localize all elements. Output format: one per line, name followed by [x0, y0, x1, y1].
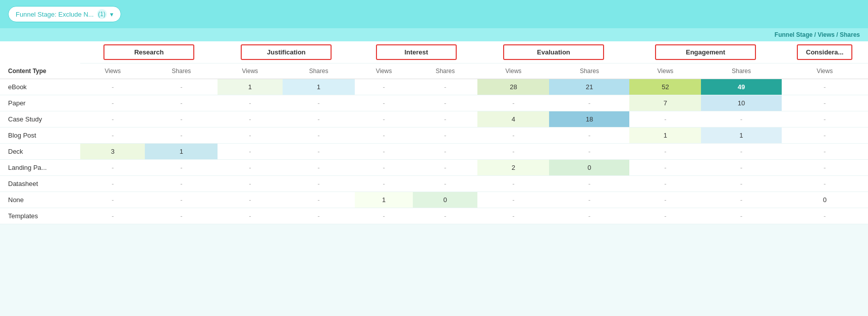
content-type-cell: Templates: [0, 208, 80, 224]
justification-views: -: [218, 95, 282, 111]
evaluation-views: -: [477, 192, 549, 208]
table-row: Paper--------710-: [0, 95, 868, 111]
filter-count: (1): [97, 9, 107, 19]
engagement-views: -: [629, 144, 701, 160]
group-research: Research: [80, 41, 218, 64]
consideration-views: -: [782, 111, 869, 128]
interest-views: -: [355, 95, 413, 111]
engagement-shares: -: [701, 192, 781, 208]
research-views: -: [80, 192, 145, 208]
evaluation-views: -: [477, 208, 549, 224]
justification-views: -: [218, 128, 282, 144]
content-type-cell: Datasheet: [0, 176, 80, 192]
evaluation-views: -: [477, 128, 549, 144]
justification-views-header: Views: [218, 64, 282, 79]
justification-shares: -: [283, 192, 355, 208]
subtitle-bar: Funnel Stage / Views / Shares: [0, 28, 868, 41]
justification-views: 1: [218, 79, 282, 95]
evaluation-shares: 0: [549, 160, 629, 176]
top-bar: Funnel Stage: Exclude N... (1) ▾: [0, 0, 868, 28]
consideration-views: -: [782, 95, 869, 111]
funnel-stage-filter[interactable]: Funnel Stage: Exclude N... (1) ▾: [8, 6, 121, 22]
justification-views: -: [218, 144, 282, 160]
consideration-views-header: Views: [782, 64, 869, 79]
research-shares: -: [145, 95, 218, 111]
interest-views: 1: [355, 192, 413, 208]
research-shares-header: Shares: [145, 64, 218, 79]
evaluation-views: 2: [477, 160, 549, 176]
content-type-cell: eBook: [0, 79, 80, 95]
filter-label: Funnel Stage: Exclude N...: [16, 11, 94, 18]
interest-views: -: [355, 208, 413, 224]
engagement-shares: 49: [701, 79, 781, 95]
justification-shares: -: [283, 128, 355, 144]
group-engagement: Engagement: [629, 41, 781, 64]
research-shares: -: [145, 176, 218, 192]
engagement-shares: -: [701, 144, 781, 160]
research-views: -: [80, 128, 145, 144]
justification-shares: 1: [283, 79, 355, 95]
evaluation-shares: -: [549, 144, 629, 160]
interest-views: -: [355, 128, 413, 144]
evaluation-views-header: Views: [477, 64, 549, 79]
evaluation-shares: -: [549, 192, 629, 208]
interest-views: -: [355, 176, 413, 192]
research-shares: -: [145, 208, 218, 224]
group-interest: Interest: [355, 41, 477, 64]
table-row: Blog Post--------11-: [0, 128, 868, 144]
evaluation-shares: -: [549, 176, 629, 192]
research-shares: -: [145, 192, 218, 208]
interest-shares: -: [413, 144, 477, 160]
engagement-views: -: [629, 208, 701, 224]
content-type-cell: Blog Post: [0, 128, 80, 144]
justification-shares: -: [283, 160, 355, 176]
justification-views: -: [218, 111, 282, 128]
engagement-views: -: [629, 160, 701, 176]
interest-shares: -: [413, 111, 477, 128]
interest-views: -: [355, 111, 413, 128]
content-type-cell: Deck: [0, 144, 80, 160]
table-row: eBook--11--28215249-: [0, 79, 868, 95]
evaluation-shares-header: Shares: [549, 64, 629, 79]
interest-shares: -: [413, 208, 477, 224]
interest-shares-header: Shares: [413, 64, 477, 79]
interest-views: -: [355, 144, 413, 160]
interest-views-header: Views: [355, 64, 413, 79]
interest-label: Interest: [376, 44, 457, 60]
evaluation-shares: -: [549, 95, 629, 111]
group-consideration: Considera...: [782, 41, 869, 64]
interest-shares: -: [413, 79, 477, 95]
justification-views: -: [218, 160, 282, 176]
interest-views: -: [355, 79, 413, 95]
evaluation-shares: 18: [549, 111, 629, 128]
data-table-container: Research Justification Interest Evaluati…: [0, 41, 868, 224]
engagement-shares: -: [701, 208, 781, 224]
group-justification: Justification: [218, 41, 355, 64]
research-shares: -: [145, 128, 218, 144]
engagement-shares: 1: [701, 128, 781, 144]
content-type-cell: Paper: [0, 95, 80, 111]
evaluation-shares: -: [549, 128, 629, 144]
justification-views: -: [218, 176, 282, 192]
engagement-views-header: Views: [629, 64, 701, 79]
evaluation-shares: -: [549, 208, 629, 224]
justification-views: -: [218, 208, 282, 224]
engagement-label: Engagement: [655, 44, 756, 60]
research-shares: -: [145, 79, 218, 95]
consideration-views: -: [782, 160, 869, 176]
research-shares: -: [145, 111, 218, 128]
engagement-shares: -: [701, 111, 781, 128]
justification-views: -: [218, 192, 282, 208]
evaluation-shares: 21: [549, 79, 629, 95]
engagement-shares: -: [701, 176, 781, 192]
consideration-views: -: [782, 79, 869, 95]
consideration-views: -: [782, 176, 869, 192]
content-type-cell: Case Study: [0, 111, 80, 128]
group-evaluation: Evaluation: [477, 41, 629, 64]
research-views: 3: [80, 144, 145, 160]
research-shares: 1: [145, 144, 218, 160]
content-type-cell: Landing Pa...: [0, 160, 80, 176]
engagement-views: -: [629, 176, 701, 192]
dropdown-icon: ▾: [110, 11, 114, 18]
justification-shares: -: [283, 111, 355, 128]
